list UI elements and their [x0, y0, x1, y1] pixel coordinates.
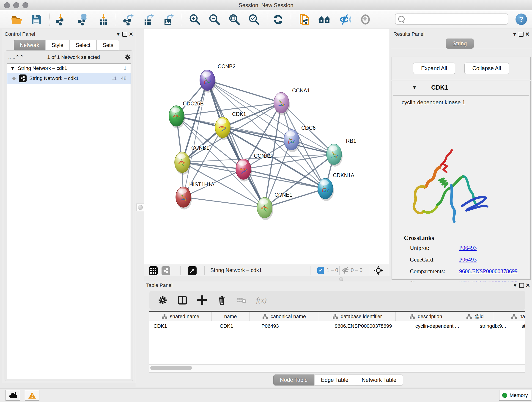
cell-database-identifier[interactable]: 9606.ENSP00000378699 — [331, 321, 411, 331]
crosslink-genecard[interactable]: P06493 — [459, 256, 476, 263]
cell-name[interactable]: CDK1 — [215, 321, 257, 331]
crosslink-uniprot[interactable]: P06493 — [459, 245, 476, 251]
node-table[interactable]: shared namenamecanonical namedatabase id… — [149, 311, 525, 372]
eye-slash-icon[interactable] — [339, 13, 352, 26]
eye-icon[interactable] — [359, 13, 372, 26]
detach-view-icon[interactable] — [188, 266, 196, 275]
network-collection-row[interactable]: ▼ String Network – cdk1 1 — [7, 64, 131, 73]
edge-CCNA2-CDKN1A[interactable] — [243, 169, 325, 189]
cell-canonical-name[interactable]: P06493 — [257, 321, 331, 331]
tab-string[interactable]: String — [446, 38, 474, 49]
float-panel-icon[interactable] — [512, 282, 518, 288]
maximize-panel-icon[interactable] — [121, 31, 128, 37]
share-document-icon[interactable] — [298, 13, 311, 26]
network-node-HIST1H1A[interactable] — [176, 187, 192, 210]
column-header--id[interactable]: @id — [456, 312, 494, 321]
network-node-CCNB1[interactable] — [175, 152, 191, 175]
import-table-icon[interactable] — [97, 13, 110, 26]
scrollbar-thumb[interactable] — [150, 366, 192, 370]
zoom-fit-icon[interactable] — [228, 13, 241, 26]
network-row-selected[interactable]: String Network – cdk1 11 48 — [7, 73, 131, 84]
tab-edge-table[interactable]: Edge Table — [314, 375, 355, 385]
import-database-icon[interactable] — [76, 13, 89, 26]
edge-CCNB2-CCNE1[interactable] — [207, 80, 265, 208]
memory-button[interactable]: Memory — [499, 390, 531, 401]
close-panel-icon[interactable] — [525, 282, 531, 288]
column-header-database-identifier[interactable]: database identifier — [319, 312, 396, 321]
network-node-RB1[interactable] — [326, 144, 342, 167]
save-icon[interactable] — [30, 13, 43, 26]
close-panel-icon[interactable] — [128, 31, 134, 37]
horizontal-splitter-handle[interactable] — [339, 277, 343, 281]
tab-network-table[interactable]: Network Table — [355, 375, 403, 385]
gene-section-header[interactable]: ▼ CDK1 — [392, 81, 530, 94]
zoom-in-icon[interactable] — [188, 13, 201, 26]
network-node-CCNB2[interactable] — [200, 70, 216, 93]
edge-CCNB2-HIST1H1A[interactable] — [183, 80, 207, 197]
cloud-icon[interactable] — [6, 390, 20, 401]
collapse-arrow-icon[interactable]: ▼ — [7, 66, 18, 71]
cell-description[interactable]: cyclin-dependent ... — [411, 321, 476, 331]
gear-icon[interactable] — [124, 54, 131, 60]
export-image-icon[interactable] — [162, 13, 175, 26]
collapse-all-button[interactable]: Collapse All — [464, 63, 509, 74]
cell--id[interactable]: stringdb:9... — [476, 321, 517, 331]
table-horizontal-scrollbar[interactable] — [149, 364, 525, 371]
column-header-canonical-name[interactable]: canonical name — [249, 312, 319, 321]
grid-view-icon[interactable] — [149, 266, 158, 275]
column-header-namespace[interactable]: namespace — [494, 312, 525, 321]
left-splitter-handle[interactable] — [136, 204, 144, 211]
edge-CCNB2-CCNA1[interactable] — [207, 80, 281, 103]
collapse-all-networks-icon[interactable]: ⌃⌃ — [15, 55, 23, 60]
birdseye-crosshair-icon[interactable] — [374, 266, 383, 275]
table-row[interactable]: CDK1CDK1P064939606.ENSP00000378699cyclin… — [149, 321, 525, 331]
column-header-shared-name[interactable]: shared name — [149, 312, 212, 321]
left-splitter[interactable] — [136, 29, 145, 387]
function-builder-icon: f(x) — [256, 296, 267, 305]
show-columns-icon[interactable] — [177, 295, 187, 305]
edge-CDKN1A-CCNE1[interactable] — [265, 189, 325, 208]
maximize-panel-icon[interactable] — [518, 31, 524, 37]
gene-name: CDK1 — [431, 84, 448, 91]
maximize-panel-icon[interactable] — [518, 282, 525, 288]
edge-HIST1H1A-CCNE1[interactable] — [183, 197, 265, 208]
tab-style[interactable]: Style — [45, 40, 70, 51]
tab-node-table[interactable]: Node Table — [273, 375, 314, 385]
zoom-out-icon[interactable] — [208, 13, 221, 26]
import-network-icon[interactable] — [54, 13, 67, 26]
warning-icon[interactable] — [25, 390, 39, 401]
collapse-arrow-icon[interactable]: ▼ — [392, 85, 417, 90]
expand-all-networks-icon[interactable]: ⌄⌄ — [7, 55, 15, 60]
houses-icon[interactable] — [318, 13, 331, 26]
open-folder-icon[interactable] — [10, 13, 23, 26]
tab-network[interactable]: Network — [14, 40, 45, 51]
selected-nodes-checkbox[interactable] — [317, 267, 324, 274]
table-options-gear-icon[interactable] — [158, 295, 168, 305]
float-panel-icon[interactable] — [511, 31, 518, 37]
hidden-eye-icon[interactable] — [342, 267, 350, 274]
help-icon[interactable] — [515, 13, 527, 25]
refresh-icon[interactable] — [272, 13, 285, 26]
float-panel-icon[interactable] — [115, 31, 121, 37]
tab-sets[interactable]: Sets — [96, 40, 119, 51]
close-panel-icon[interactable] — [524, 31, 531, 37]
add-column-icon[interactable] — [197, 295, 207, 305]
edge-CCNB2-RB1[interactable] — [207, 80, 334, 154]
crosslink-compartments[interactable]: 9606.ENSP00000378699 — [459, 268, 518, 274]
network-canvas[interactable]: CCNB2CCNA1CDC25BCDK1CDC6RB1CCNB1CCNA2CDK… — [144, 29, 389, 264]
tab-select[interactable]: Select — [70, 40, 97, 51]
column-header-name[interactable]: name — [212, 312, 249, 321]
search-input[interactable] — [406, 14, 508, 24]
network-node-CCNA2[interactable] — [236, 159, 252, 182]
export-table-icon[interactable] — [142, 13, 155, 26]
cell-shared-name[interactable]: CDK1 — [149, 321, 215, 331]
column-header-description[interactable]: description — [396, 312, 456, 321]
expand-all-button[interactable]: Expand All — [413, 63, 455, 74]
export-network-icon[interactable] — [122, 13, 135, 26]
network-node-CDKN1A[interactable] — [318, 178, 334, 201]
network-node-CCNE1[interactable] — [257, 197, 273, 220]
cell-namespace[interactable]: stringdb — [517, 321, 525, 331]
zoom-selected-icon[interactable] — [247, 13, 261, 26]
network-share-view-icon[interactable] — [162, 266, 170, 275]
delete-column-icon[interactable] — [217, 295, 227, 305]
